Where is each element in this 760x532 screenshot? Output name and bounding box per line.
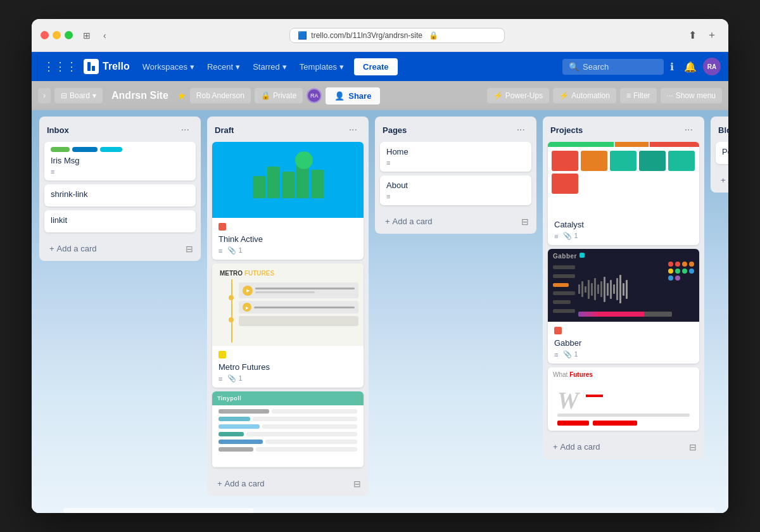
board-view-btn[interactable]: ⊟ Board ▾	[54, 88, 103, 103]
add-card-btn-pages[interactable]: + Add a card	[380, 213, 437, 230]
ellipsis-icon: ···	[667, 91, 673, 100]
list-menu-btn-inbox[interactable]: ···	[177, 123, 193, 137]
notification-icon[interactable]: 🔔	[680, 58, 700, 75]
show-menu-btn[interactable]: ··· Show menu	[661, 88, 722, 103]
recent-menu[interactable]: Recent ▾	[202, 58, 245, 75]
card-post-a[interactable]: Post A	[716, 142, 728, 164]
sidebar-collapse-btn[interactable]: ›	[38, 88, 51, 103]
visibility-btn[interactable]: 🔒 Private	[255, 88, 303, 103]
card-title: Think Active	[218, 234, 357, 244]
card-catalyst[interactable]: Catalyst ≡ 📎 1	[548, 142, 699, 245]
info-icon[interactable]: ℹ	[666, 58, 678, 75]
metro-label: METRO FUTURES	[220, 270, 274, 277]
close-button[interactable]	[41, 31, 49, 39]
new-tab-icon[interactable]: ＋	[704, 26, 719, 44]
card-tinypoll[interactable]: Tinypoll	[212, 391, 364, 467]
horizontal-scrollbar-thumb[interactable]	[63, 508, 253, 513]
attachment-icon: 📎 1	[227, 374, 242, 383]
create-button[interactable]: Create	[354, 58, 397, 75]
templates-menu[interactable]: Templates ▾	[294, 58, 349, 75]
list-menu-btn-pages[interactable]: ···	[513, 123, 529, 137]
card-template-btn-draft[interactable]: ⊟	[351, 476, 364, 491]
search-label: Search	[583, 62, 609, 72]
metro-futures-preview: METRO FUTURES ▶	[212, 263, 364, 346]
chevron-down-icon: ▾	[92, 91, 96, 100]
bar-3	[282, 172, 294, 198]
list-footer-pages: + Add a card ⊟	[375, 209, 536, 234]
back-button[interactable]: ‹	[101, 28, 109, 43]
list-draft: Draft ···	[207, 117, 369, 496]
card-gabber[interactable]: Gabber	[548, 249, 699, 364]
board-content: Inbox ··· Iris Msg ≡	[32, 110, 728, 513]
add-card-btn-draft[interactable]: + Add a card	[212, 475, 269, 492]
chevron-down-icon: ▾	[282, 62, 287, 72]
card-about[interactable]: About ≡	[380, 175, 531, 205]
attachment-icon: 📎 1	[227, 246, 242, 255]
sidebar-toggle-icon[interactable]: ⊞	[80, 28, 93, 43]
card-linkit[interactable]: linkit	[44, 210, 196, 232]
avatar[interactable]: RA	[703, 58, 721, 75]
list-title-blog: Blog	[718, 125, 728, 135]
filter-btn[interactable]: ≡ Filter	[620, 88, 657, 103]
card-title: Gabber	[554, 338, 693, 348]
lists-container: Inbox ··· Iris Msg ≡	[32, 110, 728, 513]
maximize-button[interactable]	[65, 31, 73, 39]
desc-icon: ≡	[218, 247, 222, 255]
play-icon: ▶	[243, 286, 253, 296]
add-card-btn-blog[interactable]: + Add	[716, 172, 728, 189]
card-meta: ≡ 📎 1	[554, 232, 693, 240]
power-ups-btn[interactable]: ⚡ Power-Ups	[487, 88, 549, 103]
think-active-preview	[212, 142, 364, 218]
metro-dot-1	[229, 295, 234, 300]
share-icon[interactable]: ⬆	[686, 27, 699, 44]
minimize-button[interactable]	[53, 31, 61, 39]
grid-menu-icon[interactable]: ⋮⋮⋮	[39, 57, 81, 76]
list-footer-projects: + Add a card ⊟	[543, 434, 704, 459]
owner-btn[interactable]: Rob Anderson	[190, 88, 251, 103]
card-title: Metro Futures	[218, 362, 357, 372]
search-bar[interactable]: 🔍 Search	[562, 59, 664, 75]
add-card-btn-inbox[interactable]: + Add a card	[44, 240, 101, 257]
automation-btn[interactable]: ⚡ Automation	[553, 88, 616, 103]
board-member-avatar: RA	[307, 88, 322, 103]
power-icon: ⚡	[493, 91, 503, 100]
desc-icon: ≡	[51, 168, 54, 175]
list-blog: Blog ··· Post A + Add	[711, 117, 728, 193]
gabber-label: Gabber	[553, 253, 577, 260]
chevron-down-icon: ▾	[190, 62, 194, 72]
card-meta: ≡ 📎 1	[554, 350, 693, 358]
starred-menu[interactable]: Starred ▾	[248, 58, 292, 75]
plus-icon: +	[49, 244, 54, 253]
card-template-btn-projects[interactable]: ⊟	[687, 440, 699, 455]
card-iris-msg[interactable]: Iris Msg ≡	[44, 142, 196, 180]
workspaces-menu[interactable]: Workspaces ▾	[137, 58, 200, 75]
board-title: Andrsn Site	[106, 90, 174, 101]
card-template-btn-pages[interactable]: ⊟	[519, 214, 531, 229]
star-button[interactable]: ★	[177, 90, 186, 102]
trello-icon	[84, 59, 99, 74]
bar-1	[253, 176, 265, 198]
address-bar[interactable]: 🟦 trello.com/b/11ln3Vrg/andrsn-site 🔒	[289, 28, 505, 43]
list-menu-btn-projects[interactable]: ···	[681, 123, 697, 137]
share-button[interactable]: 👤 Share	[326, 87, 380, 104]
card-shrink-link[interactable]: shrink-link	[44, 184, 196, 206]
tinypoll-label: Tinypoll	[212, 391, 364, 405]
card-template-btn-inbox[interactable]: ⊟	[183, 241, 196, 256]
card-body: Catalyst ≡ 📎 1	[548, 215, 699, 245]
list-menu-btn-draft[interactable]: ···	[345, 123, 361, 137]
card-meta: ≡	[386, 159, 525, 167]
list-title-projects: Projects	[550, 125, 583, 135]
card-home[interactable]: Home ≡	[380, 142, 531, 172]
card-think-active[interactable]: Think Active ≡ 📎 1	[212, 142, 364, 260]
plus-icon: +	[217, 479, 222, 488]
search-icon: 🔍	[569, 62, 579, 72]
card-metro-futures[interactable]: METRO FUTURES ▶	[212, 263, 364, 388]
add-card-btn-projects[interactable]: + Add a card	[548, 438, 605, 455]
list-cards-blog: Post A	[711, 142, 728, 168]
horizontal-scrollbar-track[interactable]	[63, 508, 716, 513]
card-what-futures[interactable]: What Futures W	[548, 367, 699, 431]
board-right-buttons: ⚡ Power-Ups ⚡ Automation ≡ Filter ··· Sh…	[487, 88, 722, 103]
desc-icon: ≡	[386, 159, 390, 167]
app-toolbar: ⋮⋮⋮ Trello Workspaces ▾ Recent ▾ Starred…	[32, 52, 728, 81]
card-title: Home	[386, 147, 525, 156]
